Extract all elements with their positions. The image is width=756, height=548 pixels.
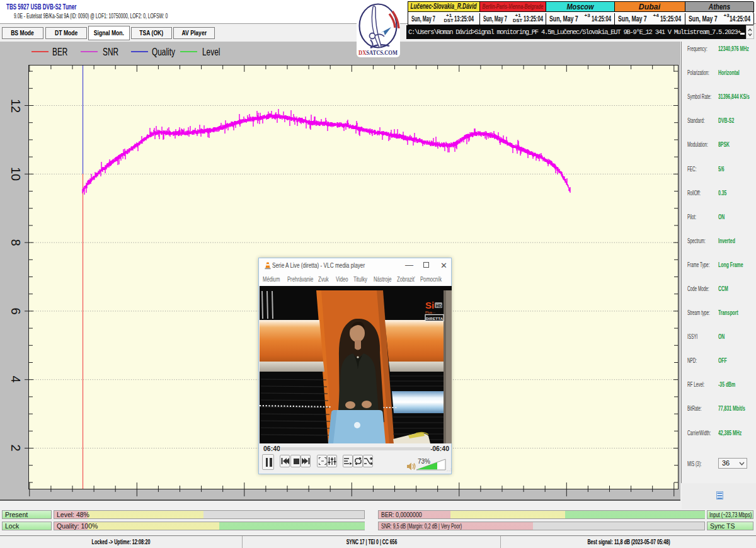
svg-text:HD: HD bbox=[436, 304, 442, 308]
svg-text:DIRETTA: DIRETTA bbox=[426, 317, 444, 321]
svg-text:Si: Si bbox=[425, 300, 434, 311]
svg-text:DXSATCS.COM: DXSATCS.COM bbox=[358, 49, 398, 56]
svg-text:Plus···: Plus··· bbox=[425, 311, 435, 314]
